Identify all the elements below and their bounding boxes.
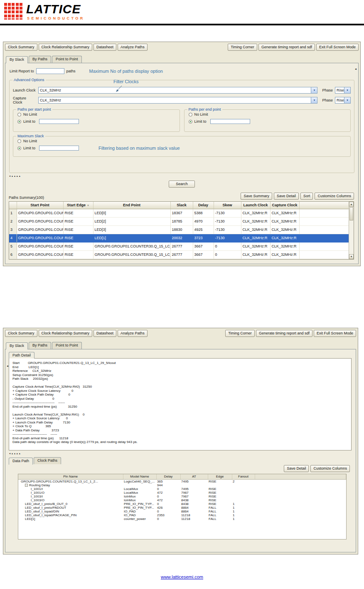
cell-filler <box>255 517 346 521</box>
scroll-down-icon[interactable]: ▼ <box>349 254 354 259</box>
save-detail-button[interactable]: Save Detail <box>274 193 299 200</box>
table-row[interactable]: 1 GROUP0.GROUP01.COUNTE... RISE LED[0] 1… <box>9 209 354 217</box>
table-row[interactable]: 6 GROUP0.GROUP01.COUNTE... RISE GROUP0.G… <box>9 250 354 259</box>
timing-corner-button[interactable]: Timing Corner <box>228 44 257 51</box>
clock-relationship-summary-button[interactable]: Clock Relationship Summary <box>39 44 93 51</box>
tab-point-to-point[interactable]: Point to Point <box>52 342 82 349</box>
datasheet-button[interactable]: Datasheet <box>93 44 116 51</box>
cell-model-name <box>123 483 156 487</box>
tab-by-paths[interactable]: By Paths <box>29 342 51 349</box>
clock-summary-button[interactable]: Clock Summary <box>5 44 37 51</box>
splitter-grip-icon[interactable]: ◄▲▲▲▲ <box>9 452 356 455</box>
customize-columns-button[interactable]: Customize Columns <box>310 465 350 472</box>
end-no-limit-row: No Limit <box>189 112 351 116</box>
splitter-collapse-icon[interactable]: ◄ <box>6 365 9 367</box>
radio-icon[interactable] <box>17 113 21 116</box>
table-row[interactable]: LED_obuf_I_iopad/PACKAGE_PIN IO_PAD 2353… <box>18 513 346 517</box>
end-limit-input[interactable] <box>210 119 250 124</box>
header-edge[interactable]: Edge <box>208 474 232 479</box>
header-capture-clock[interactable]: Capture Clock <box>270 202 299 209</box>
header-fanout[interactable]: Fanout <box>232 474 255 479</box>
table-row[interactable]: 3 GROUP0.GROUP01.COUNTE... RISE LED[3] 1… <box>9 225 354 234</box>
radio-icon[interactable] <box>189 113 192 116</box>
chevron-down-icon[interactable]: ▼ <box>311 87 317 93</box>
tab-by-slack[interactable]: By Slack <box>6 342 28 349</box>
radio-icon[interactable] <box>17 139 21 143</box>
table-row[interactable]: 2 GROUP0.GROUP01.COUNTE... RISE LED[2] 1… <box>9 217 354 225</box>
analyze-paths-button[interactable]: Analyze Paths <box>118 330 148 337</box>
cell-filler <box>299 242 354 250</box>
cell-end-point: LED[2] <box>93 217 170 225</box>
table-row[interactable]: LED_obuf_I_preio/B_OUT_0 PRE_IO_PIN_TYP.… <box>18 502 346 506</box>
radio-checked-icon[interactable] <box>17 120 21 124</box>
splitter-grip-icon[interactable]: ◄▲▲▲▲ <box>9 175 358 177</box>
cell-at: 8438 <box>180 498 208 502</box>
header-model-name[interactable]: Model Name <box>123 474 156 479</box>
table-row[interactable]: I_1003/I IoInMux 0 7967 RISE <box>18 495 346 498</box>
launch-clock-select[interactable]: CLK_32MHz ▼ <box>38 87 317 94</box>
chevron-down-icon[interactable]: ▼ <box>311 97 317 103</box>
tab-point-to-point[interactable]: Point to Point <box>52 56 82 63</box>
row-number: 4 <box>9 234 17 242</box>
capture-phase-select[interactable]: Rise ▼ <box>335 97 351 104</box>
header-at[interactable]: AT <box>180 474 208 479</box>
table-row[interactable]: −Routing Delay 944 <box>18 483 346 487</box>
slack-limit-input[interactable] <box>39 146 79 151</box>
capture-clock-select[interactable]: CLK_32MHz ▼ <box>38 97 317 104</box>
table-scrollbar[interactable]: ▲ ▼ <box>349 202 354 259</box>
save-detail-button[interactable]: Save Detail <box>284 465 309 472</box>
capture-phase-value: Rise <box>335 98 344 102</box>
scrollbar-thumb[interactable] <box>349 207 353 220</box>
cell-delay: 0 <box>156 495 180 498</box>
header-start-point[interactable]: Start Point <box>17 202 63 209</box>
table-row[interactable]: GROUP0.GROUP01.COUNTER21.Q_13_LC_1_2... … <box>18 479 346 483</box>
analyze-paths-button[interactable]: Analyze Paths <box>118 44 148 51</box>
footer-link[interactable]: www.latticesemi.com <box>161 574 203 579</box>
collapse-icon[interactable]: − <box>25 484 28 487</box>
tab-clock-paths[interactable]: Clock Paths <box>34 457 61 464</box>
table-row[interactable]: LED_obuf_I_preio/PADOUT PRE_IO_PIN_TYP..… <box>18 506 346 510</box>
header-start-edge[interactable]: Start Edge▼ <box>63 202 93 209</box>
search-button[interactable]: Search <box>169 181 195 188</box>
datasheet-button[interactable]: Datasheet <box>93 330 116 337</box>
splitter-collapse-icon[interactable]: ◄ <box>354 68 357 70</box>
table-row[interactable]: LED[1] counter_power 0 11218 FALL 1 <box>18 517 346 521</box>
table-row[interactable]: 5 GROUP0.GROUP01.COUNTE... RISE GROUP0.G… <box>9 242 354 250</box>
customize-columns-button[interactable]: Customize Columns <box>315 193 354 200</box>
table-row-selected[interactable]: 4 GROUP0.GROUP01.COUNTE... RISE LED[1] 2… <box>9 234 354 242</box>
radio-checked-icon[interactable] <box>17 146 21 150</box>
sort-button[interactable]: Sort <box>300 193 313 200</box>
header-skew[interactable]: Skew <box>214 202 241 209</box>
table-row[interactable]: I_1001/I LocalMux 0 7495 RISE <box>18 487 346 491</box>
header-slack[interactable]: Slack <box>170 202 193 209</box>
exit-full-screen-button[interactable]: Exit Full Screen Mode <box>314 330 356 337</box>
chevron-down-icon[interactable]: ▼ <box>344 97 350 103</box>
limit-report-input[interactable] <box>36 68 64 74</box>
table-row[interactable]: I_1001/O LocalMux 472 7967 RISE <box>18 491 346 495</box>
tab-by-paths[interactable]: By Paths <box>29 56 51 63</box>
save-summary-button[interactable]: Save Summary <box>241 193 272 200</box>
exit-full-screen-button[interactable]: Exit Full Screen Mode <box>316 44 359 51</box>
header-delay[interactable]: Delay <box>156 474 180 479</box>
generate-timing-report-button[interactable]: Generate timing report and sdf <box>258 44 315 51</box>
header-pin-name[interactable]: Pin Name <box>18 474 123 479</box>
maximum-slack-label: Maximum Slack <box>16 134 45 139</box>
table-row[interactable]: I_1003/O IoInMux 472 8438 RISE <box>18 498 346 502</box>
header-delay[interactable]: Delay <box>193 202 214 209</box>
start-limit-input[interactable] <box>39 119 79 124</box>
launch-phase-select[interactable]: Rise ▼ <box>335 87 351 94</box>
tab-by-slack[interactable]: By Slack <box>6 56 28 63</box>
chevron-down-icon[interactable]: ▼ <box>344 87 350 93</box>
header-launch-clock[interactable]: Launch Clock <box>241 202 270 209</box>
table-row[interactable]: LED_obuf_I_iopad/DIN IO_PAD 0 8864 FALL … <box>18 510 346 513</box>
scroll-up-icon[interactable]: ▲ <box>349 202 354 207</box>
generate-timing-report-button[interactable]: Generate timing report and sdf <box>256 330 312 337</box>
radio-checked-icon[interactable] <box>189 120 192 124</box>
clock-relationship-summary-button[interactable]: Clock Relationship Summary <box>39 330 93 337</box>
clock-summary-button[interactable]: Clock Summary <box>5 330 37 337</box>
tab-path-detail[interactable]: Path Detail <box>9 352 34 359</box>
header-end-point[interactable]: End Point <box>93 202 170 209</box>
timing-corner-button[interactable]: Timing Corner <box>225 330 255 337</box>
tab-data-path[interactable]: Data Path <box>9 458 33 465</box>
cell-start-edge: RISE <box>63 242 93 250</box>
